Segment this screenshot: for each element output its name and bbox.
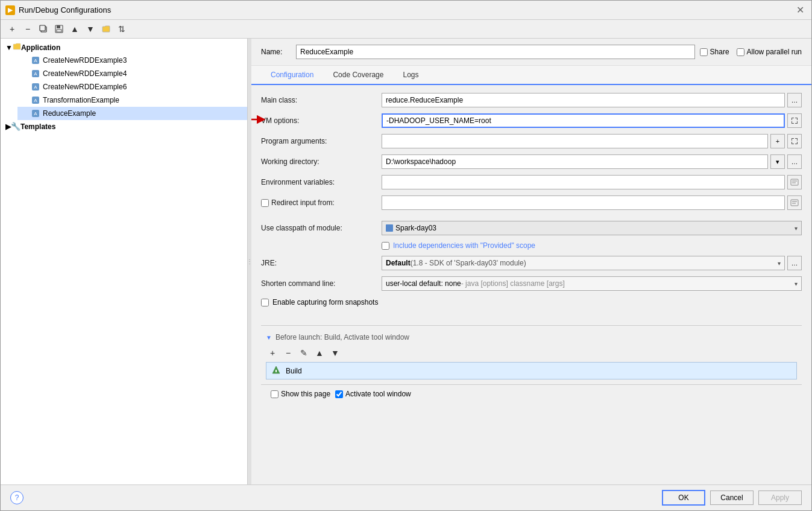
apply-button[interactable]: Apply	[758, 490, 802, 505]
svg-text:A: A	[34, 98, 37, 103]
activate-tool-window-label[interactable]: Activate tool window	[335, 390, 411, 398]
jre-select[interactable]: Default (1.8 - SDK of 'Spark-day03' modu…	[382, 256, 785, 270]
vm-options-label: VM options:	[261, 116, 382, 125]
share-check-label[interactable]: Share	[700, 48, 729, 56]
activate-tool-window-checkbox[interactable]	[335, 390, 343, 398]
activate-tool-window-text: Activate tool window	[345, 390, 411, 398]
vm-options-row: VM options:	[261, 110, 802, 131]
move-up-button[interactable]: ▲	[68, 22, 81, 36]
allow-parallel-check-label[interactable]: Allow parallel run	[737, 48, 802, 56]
add-config-button[interactable]: +	[5, 22, 19, 36]
tree-item-createnewrddexample6[interactable]: A CreateNewRDDExample6	[17, 80, 247, 94]
svg-text:A: A	[34, 84, 37, 90]
jre-dropdown-arrow: ▾	[778, 260, 781, 267]
redirect-input-label: Redirect input from:	[261, 198, 382, 207]
share-label: Share	[710, 48, 729, 56]
jre-browse-button[interactable]: …	[787, 256, 802, 270]
build-icon	[271, 365, 281, 376]
help-button[interactable]: ?	[10, 491, 24, 504]
shorten-cmd-select[interactable]: user-local default: none - java [options…	[382, 276, 802, 291]
tab-logs[interactable]: Logs	[393, 66, 428, 85]
jre-value-main: Default	[386, 259, 411, 267]
close-button[interactable]: ✕	[794, 4, 807, 16]
classpath-module-label: Use classpath of module:	[261, 224, 382, 232]
name-row: Name: Share Allow parallel run	[251, 39, 811, 66]
before-launch-down-button[interactable]: ▼	[329, 346, 342, 360]
ok-button[interactable]: OK	[662, 490, 705, 506]
jre-label: JRE:	[261, 259, 382, 267]
before-launch-build-item[interactable]: Build	[266, 362, 797, 379]
config-item-icon-3: A	[31, 82, 40, 92]
show-this-page-checkbox[interactable]	[271, 390, 279, 398]
allow-parallel-label: Allow parallel run	[747, 48, 802, 56]
program-args-add-button[interactable]: +	[770, 134, 785, 148]
env-vars-row: Environment variables:	[261, 172, 802, 192]
before-launch-remove-button[interactable]: −	[282, 346, 295, 360]
tree-item-createnewrddexample3[interactable]: A CreateNewRDDExample3	[17, 54, 247, 67]
templates-wrench-icon: 🔧	[11, 122, 20, 131]
env-vars-input[interactable]	[382, 175, 785, 189]
application-group-header[interactable]: ▼ Application	[1, 41, 247, 54]
show-this-page-label[interactable]: Show this page	[271, 390, 330, 398]
folder-button[interactable]	[99, 22, 113, 36]
templates-group-arrow: ▶	[5, 122, 11, 131]
main-class-browse-button[interactable]: …	[787, 93, 802, 107]
share-checkbox[interactable]	[700, 48, 708, 56]
tab-code-coverage[interactable]: Code Coverage	[323, 66, 393, 85]
redirect-input-browse-button[interactable]	[787, 195, 802, 210]
vm-options-expand-button[interactable]	[787, 113, 802, 128]
cancel-button[interactable]: Cancel	[710, 490, 754, 505]
enable-capturing-checkbox[interactable]	[261, 299, 269, 306]
working-dir-input[interactable]	[382, 154, 768, 169]
working-dir-browse-button[interactable]: …	[787, 154, 802, 169]
tab-configuration[interactable]: Configuration	[261, 66, 323, 85]
program-args-row: Program arguments: +	[261, 131, 802, 151]
copy-config-button[interactable]	[37, 22, 50, 36]
toolbar: + − ▲ ▼ ⇅	[1, 20, 811, 39]
tree-item-createnewrddexample4[interactable]: A CreateNewRDDExample4	[17, 67, 247, 80]
env-vars-browse-button[interactable]	[787, 175, 802, 189]
save-config-button[interactable]	[52, 22, 66, 36]
allow-parallel-checkbox[interactable]	[737, 48, 744, 56]
shorten-cmd-label: Shorten command line:	[261, 279, 382, 288]
program-args-label: Program arguments:	[261, 137, 382, 145]
tree-item-transformationexample[interactable]: A TransformationExample	[17, 94, 247, 107]
program-args-input[interactable]	[382, 134, 768, 148]
bottom-options-row: Show this page Activate tool window	[261, 384, 802, 403]
sort-button[interactable]: ⇅	[115, 22, 128, 36]
enable-capturing-label[interactable]: Enable capturing form snapshots	[261, 298, 378, 306]
svg-rect-1	[40, 25, 45, 31]
move-down-button[interactable]: ▼	[84, 22, 97, 36]
title-bar: ▶ Run/Debug Configurations ✕	[1, 1, 811, 20]
include-deps-checkbox[interactable]	[382, 242, 389, 250]
before-launch-title: Before launch: Build, Activate tool wind…	[275, 333, 409, 341]
jre-value-sub: (1.8 - SDK of 'Spark-day03' module)	[411, 259, 526, 267]
tree-panel: ▼ Application A Cr	[1, 39, 248, 484]
before-launch-add-button[interactable]: +	[266, 346, 279, 360]
program-args-expand-button[interactable]	[787, 134, 802, 148]
working-dir-dropdown-button[interactable]: ▾	[770, 154, 785, 169]
remove-config-button[interactable]: −	[21, 22, 34, 36]
templates-group-label: Templates	[20, 122, 55, 131]
jre-field: Default (1.8 - SDK of 'Spark-day03' modu…	[382, 256, 802, 270]
before-launch-edit-button[interactable]: ✎	[297, 346, 310, 360]
before-launch-toolbar: + − ✎ ▲ ▼	[261, 344, 802, 362]
dialog-footer: ? OK Cancel Apply	[1, 484, 811, 510]
vm-options-input[interactable]	[382, 113, 785, 128]
shorten-cmd-row: Shorten command line: user-local default…	[261, 273, 802, 294]
tree-item-reduceexample[interactable]: A ReduceExample	[17, 107, 247, 120]
main-class-input[interactable]	[382, 93, 785, 107]
templates-group-header[interactable]: ▶ 🔧 Templates	[1, 120, 247, 133]
redirect-input-field	[382, 195, 802, 210]
before-launch-up-button[interactable]: ▲	[313, 346, 326, 360]
name-input[interactable]	[296, 45, 695, 59]
redirect-input-checkbox[interactable]	[261, 199, 269, 207]
redirect-input-input[interactable]	[382, 195, 785, 210]
module-icon	[386, 224, 393, 232]
before-launch-collapse-icon[interactable]: ▼	[266, 334, 272, 341]
svg-rect-17	[791, 179, 798, 185]
vm-options-field	[382, 113, 802, 128]
classpath-module-row: Use classpath of module: Spark-day03 ▾	[261, 218, 802, 238]
main-class-row: Main class: …	[261, 90, 802, 110]
classpath-module-select[interactable]: Spark-day03 ▾	[382, 221, 802, 235]
